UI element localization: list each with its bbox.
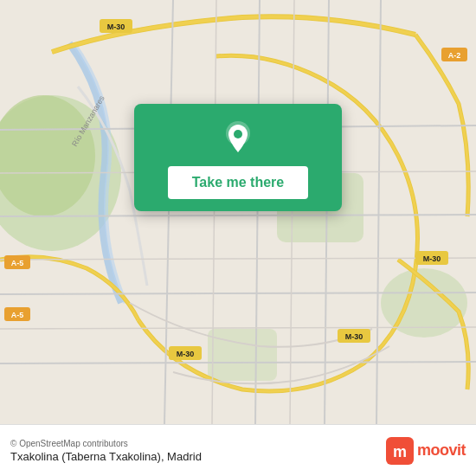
attribution-text: © OpenStreetMap contributors <box>10 439 202 448</box>
map-container: M-30 A-2 A-5 A-5 M-30 M-30 M-30 Río Manz… <box>0 0 476 424</box>
bottom-bar: © OpenStreetMap contributors Txakolina (… <box>0 424 476 476</box>
bottom-info: © OpenStreetMap contributors Txakolina (… <box>10 439 202 463</box>
svg-text:M-30: M-30 <box>345 332 363 341</box>
take-me-there-button[interactable]: Take me there <box>168 166 308 199</box>
location-name: Txakolina (Taberna Txakolina), Madrid <box>10 450 202 463</box>
svg-point-36 <box>234 130 242 138</box>
moovit-brand-icon: m <box>386 437 414 465</box>
svg-text:A-2: A-2 <box>448 51 461 60</box>
svg-text:m: m <box>393 443 407 460</box>
svg-text:M-30: M-30 <box>423 254 441 263</box>
svg-text:A-5: A-5 <box>11 259 24 267</box>
svg-rect-6 <box>208 329 277 381</box>
moovit-brand-text: moovit <box>417 441 466 460</box>
svg-text:A-5: A-5 <box>11 311 24 319</box>
moovit-logo: m moovit <box>386 437 466 465</box>
location-pin-icon <box>219 119 257 158</box>
svg-text:M-30: M-30 <box>107 23 125 31</box>
svg-text:M-30: M-30 <box>177 350 195 358</box>
action-card: Take me there <box>134 104 342 211</box>
